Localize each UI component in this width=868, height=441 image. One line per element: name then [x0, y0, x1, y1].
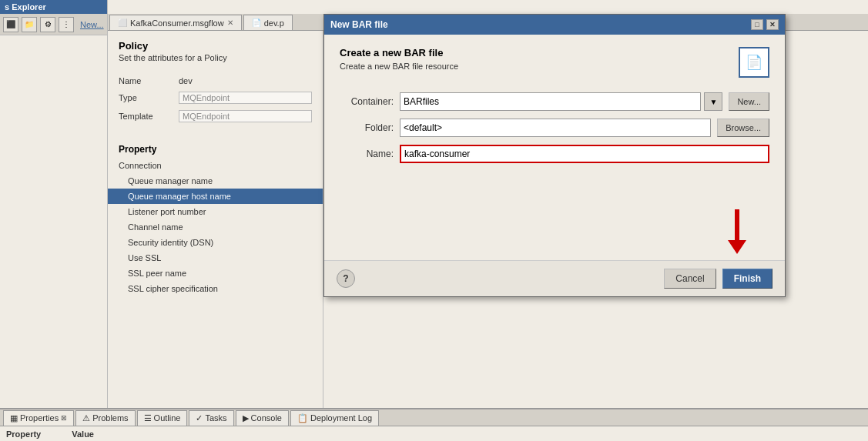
name-input[interactable] — [400, 145, 769, 163]
dialog-section-subtitle: Create a new BAR file resource — [340, 62, 458, 71]
arrow-head — [728, 240, 746, 254]
container-new-button[interactable]: New... — [729, 92, 769, 111]
property-ssl-cipher[interactable]: SSL cipher specification — [108, 281, 323, 296]
name-value: dev — [179, 76, 312, 85]
browse-button[interactable]: Browse... — [717, 119, 769, 137]
dialog-footer-buttons: Cancel Finish — [664, 269, 772, 289]
dialog-body: Create a new BAR file Create a new BAR f… — [324, 35, 785, 260]
dialog-close-btn[interactable]: ✕ — [766, 19, 779, 30]
policy-panel: Policy Set the attributes for a Policy N… — [108, 31, 323, 408]
folder-label: Folder: — [340, 122, 394, 133]
folder-row: Folder: Browse... — [340, 119, 769, 137]
help-button[interactable]: ? — [337, 269, 355, 288]
template-row: Template MQEndpoint — [119, 110, 312, 122]
console-icon: ▶ — [243, 413, 249, 423]
dialog-empty-area — [340, 171, 769, 248]
tab-devp[interactable]: 📄 dev.p — [243, 15, 293, 30]
sidebar-title: s Explorer — [5, 2, 46, 12]
col-value: Value — [72, 429, 94, 439]
tasks-icon: ✓ — [196, 413, 203, 423]
tab-outline-label: Outline — [154, 413, 181, 423]
dialog-controls: □ ✕ — [751, 19, 779, 30]
sidebar-header: s Explorer — [0, 0, 107, 14]
policy-form: Name dev Type MQEndpoint Template MQEndp… — [108, 70, 323, 135]
property-channel-name[interactable]: Channel name — [108, 219, 323, 235]
name-label: Name: — [340, 149, 394, 159]
container-dropdown-arrow[interactable]: ▼ — [704, 92, 722, 111]
red-arrow-indicator — [728, 209, 746, 254]
problems-icon: ⚠ — [82, 413, 90, 423]
container-label: Container: — [340, 96, 394, 107]
template-label: Template — [119, 112, 173, 121]
container-input[interactable] — [400, 92, 701, 111]
tab-devp-label: dev.p — [264, 18, 284, 28]
col-property: Property — [6, 429, 41, 439]
tab-properties[interactable]: ▦ Properties ⊠ — [3, 410, 74, 426]
name-label: Name — [119, 76, 173, 85]
container-combo-wrapper: ▼ — [400, 92, 722, 111]
tab-tasks[interactable]: ✓ Tasks — [189, 410, 233, 426]
sidebar: s Explorer ⬛ 📁 ⚙ ⋮ New... — [0, 0, 108, 408]
container-row: Container: ▼ New... — [340, 92, 769, 111]
tab-properties-label: Properties — [20, 413, 59, 423]
policy-subtitle: Set the attributes for a Policy — [108, 53, 323, 70]
sidebar-toolbar: ⬛ 📁 ⚙ ⋮ New... — [0, 14, 107, 35]
tab-kafkaconsumer[interactable]: ⬜ KafkaConsumer.msgflow ✕ — [109, 15, 242, 30]
property-connection[interactable]: Connection — [108, 158, 323, 173]
property-listener-port[interactable]: Listener port number — [108, 204, 323, 219]
property-queue-manager-name[interactable]: Queue manager name — [108, 173, 323, 189]
template-value: MQEndpoint — [179, 110, 312, 122]
property-security-identity[interactable]: Security identity (DSN) — [108, 235, 323, 250]
properties-icon: ▦ — [10, 413, 18, 423]
tab-kafkaconsumer-close[interactable]: ✕ — [227, 18, 233, 27]
bottom-tabs: ▦ Properties ⊠ ⚠ Problems ☰ Outline ✓ Ta… — [0, 409, 868, 426]
dialog-section-title: Create a new BAR file — [340, 47, 458, 58]
sidebar-btn-4[interactable]: ⋮ — [59, 17, 74, 32]
tab-devp-icon: 📄 — [252, 18, 261, 27]
name-row: Name: — [340, 145, 769, 163]
name-row: Name dev — [119, 76, 312, 85]
finish-button[interactable]: Finish — [722, 269, 772, 289]
new-bar-dialog: New BAR file □ ✕ Create a new BAR file C… — [323, 14, 786, 297]
bottom-content: Property Value — [0, 426, 868, 441]
property-ssl-peer-name[interactable]: SSL peer name — [108, 266, 323, 281]
properties-badge: ⊠ — [61, 414, 67, 422]
property-queue-manager-host[interactable]: Queue manager host name — [108, 189, 323, 204]
sidebar-new-link[interactable]: New... — [80, 20, 104, 29]
tab-log-label: Deployment Log — [310, 413, 372, 423]
dialog-title: New BAR file — [330, 19, 388, 30]
dialog-footer: ? Cancel Finish — [324, 260, 785, 296]
tab-deployment-log[interactable]: 📋 Deployment Log — [290, 410, 379, 426]
tab-tasks-label: Tasks — [205, 413, 226, 423]
ide-background: s Explorer ⬛ 📁 ⚙ ⋮ New... ⬜ KafkaConsume… — [0, 0, 868, 441]
tab-outline[interactable]: ☰ Outline — [137, 410, 188, 426]
type-label: Type — [119, 93, 173, 102]
log-icon: 📋 — [297, 413, 308, 423]
property-section: Property Connection Queue manager name Q… — [108, 135, 323, 296]
sidebar-btn-1[interactable]: ⬛ — [3, 17, 18, 32]
tab-console[interactable]: ▶ Console — [236, 410, 289, 426]
policy-title: Policy — [108, 31, 323, 53]
outline-icon: ☰ — [144, 413, 152, 423]
dialog-titlebar: New BAR file □ ✕ — [324, 15, 785, 35]
tab-kafkaconsumer-label: KafkaConsumer.msgflow — [130, 18, 224, 28]
dialog-restore-btn[interactable]: □ — [751, 19, 763, 30]
bottom-panel: ▦ Properties ⊠ ⚠ Problems ☰ Outline ✓ Ta… — [0, 408, 868, 441]
tab-problems-label: Problems — [92, 413, 128, 423]
sidebar-btn-3[interactable]: ⚙ — [40, 17, 55, 32]
cancel-button[interactable]: Cancel — [664, 269, 716, 289]
property-header: Property — [108, 141, 323, 158]
arrow-shaft — [735, 209, 739, 240]
tab-flow-icon: ⬜ — [118, 18, 127, 27]
bar-file-icon: 📄 — [739, 47, 769, 78]
type-value: MQEndpoint — [179, 92, 312, 104]
folder-input[interactable] — [400, 119, 711, 137]
tab-console-label: Console — [251, 413, 282, 423]
type-row: Type MQEndpoint — [119, 92, 312, 104]
tab-problems[interactable]: ⚠ Problems — [75, 410, 135, 426]
sidebar-btn-2[interactable]: 📁 — [22, 17, 37, 32]
property-use-ssl[interactable]: Use SSL — [108, 250, 323, 266]
